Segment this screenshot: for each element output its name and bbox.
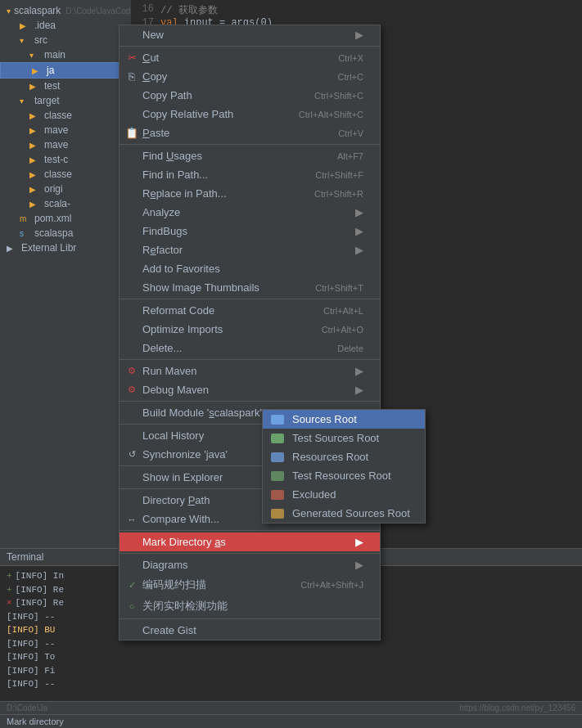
menu-item-delete[interactable]: Delete... Delete <box>120 339 380 357</box>
menu-item-analyze[interactable]: Analyze ▶ <box>120 203 380 222</box>
folder-icon-test: ▶ <box>29 82 41 91</box>
sync-icon: ↺ <box>124 449 139 460</box>
tree-item-classes2[interactable]: ▶ classe <box>0 167 131 182</box>
menu-item-copyrelpath[interactable]: Copy Relative Path Ctrl+Alt+Shift+C <box>120 105 380 124</box>
tree-item-idea[interactable]: ▶ .idea <box>0 18 131 33</box>
menu-label-findusages: Find Usages <box>142 150 331 162</box>
submenu-arrow-refactor: ▶ <box>355 244 363 256</box>
submenu-label-test-resources-root: Test Resources Root <box>292 470 391 482</box>
tree-item-src[interactable]: ▾ src <box>0 33 131 47</box>
mark-directory-submenu: Sources Root Test Sources Root Resources… <box>262 409 426 524</box>
menu-item-new[interactable]: New ▶ <box>120 25 380 44</box>
submenu-item-excluded[interactable]: Excluded <box>263 485 425 504</box>
menu-shortcut-copyrelpath: Ctrl+Alt+Shift+C <box>299 110 363 119</box>
menu-shortcut-copypath: Ctrl+Shift+C <box>314 91 363 101</box>
menu-label-diagrams: Diagrams <box>142 559 349 571</box>
submenu-item-test-resources-root[interactable]: Test Resources Root <box>263 466 425 485</box>
menu-item-paste[interactable]: 📋 Paste Ctrl+V <box>120 124 380 142</box>
menu-item-thumbnails[interactable]: Show Image Thumbnails Ctrl+Shift+T <box>120 278 380 297</box>
terminal-text-7: [INFO] To <box>7 650 55 664</box>
menu-item-findbugs[interactable]: FindBugs ▶ <box>120 222 380 240</box>
submenu-label-excluded: Excluded <box>292 488 336 501</box>
menu-item-refactor[interactable]: Refactor ▶ <box>120 240 380 259</box>
menu-label-findinpath: Find in Path... <box>142 169 309 181</box>
generated-sources-icon <box>268 507 287 520</box>
menu-label-markdir: Mark Directory as <box>142 536 349 548</box>
menu-item-findinpath[interactable]: Find in Path... Ctrl+Shift+F <box>120 165 380 184</box>
menu-item-replaceinpath[interactable]: Replace in Path... Ctrl+Shift+R <box>120 184 380 203</box>
tree-item-target[interactable]: ▾ target <box>0 93 131 108</box>
tree-item-pom[interactable]: m pom.xml <box>0 211 131 226</box>
menu-sep-2 <box>120 144 380 145</box>
submenu-item-sources-root[interactable]: Sources Root <box>263 410 425 429</box>
tree-root[interactable]: ▾ scalaspark D:\Code\JavaCode\scala <box>0 3 131 18</box>
terminal-text-2: [INFO] Re <box>16 583 64 597</box>
menu-item-codescan[interactable]: ✓ 编码规约扫描 Ctrl+Alt+Shift+J <box>120 574 380 595</box>
tree-item-java[interactable]: ▶ ja <box>0 62 131 79</box>
tree-label-orig: origi <box>44 183 63 195</box>
menu-item-closedetect[interactable]: ○ 关闭实时检测功能 <box>120 595 380 617</box>
menu-item-copy[interactable]: ⎘ Copy Ctrl+C <box>120 67 380 86</box>
menu-item-favorites[interactable]: Add to Favorites <box>120 259 380 278</box>
menu-item-reformat[interactable]: Reformat Code Ctrl+Alt+L <box>120 301 380 320</box>
folder-icon-src: ▾ <box>20 36 31 45</box>
tree-item-main[interactable]: ▾ main <box>0 47 131 62</box>
lib-icon: ▶ <box>7 244 18 253</box>
terminal-url: https://blog.csdn.net/py_123456 <box>459 703 575 712</box>
folder-icon-classes: ▶ <box>29 111 41 120</box>
tree-label-test: test <box>44 80 60 92</box>
menu-item-creategist[interactable]: Create Gist <box>120 621 380 640</box>
submenu-arrow-analyze: ▶ <box>355 206 363 218</box>
status-text: Mark directory <box>7 717 64 726</box>
folder-icon-maven1: ▶ <box>29 126 41 135</box>
terminal-line-7: [INFO] To <box>7 650 575 664</box>
paste-icon: 📋 <box>124 127 139 139</box>
menu-item-markdir[interactable]: Mark Directory as ▶ <box>120 533 380 551</box>
menu-item-cut[interactable]: ✂ Cut Ctrl+X <box>120 48 380 67</box>
tree-item-testc[interactable]: ▶ test-c <box>0 152 131 167</box>
menu-item-findusages[interactable]: Find Usages Alt+F7 <box>120 146 380 165</box>
tree-item-maven1[interactable]: ▶ mave <box>0 123 131 137</box>
tree-item-orig[interactable]: ▶ origi <box>0 182 131 196</box>
tree-item-maven2[interactable]: ▶ mave <box>0 137 131 152</box>
tree-item-scalaspa[interactable]: s scalaspa <box>0 226 131 240</box>
terminal-text-1: [INFO] In <box>16 569 64 583</box>
tree-item-extlib[interactable]: ▶ External Libr <box>0 240 131 255</box>
menu-item-debugmaven[interactable]: ⚙ Debug Maven ▶ <box>120 380 380 399</box>
project-path: D:\Code\JavaCode\scala <box>65 7 131 16</box>
terminal-prefix-2: + <box>7 583 12 597</box>
menu-sep-5 <box>120 401 380 402</box>
menu-sep-1 <box>120 46 380 47</box>
menu-shortcut-thumbnails: Ctrl+Shift+T <box>315 283 363 293</box>
tree-item-classes[interactable]: ▶ classe <box>0 108 131 123</box>
submenu-item-generated-sources[interactable]: Generated Sources Root <box>263 504 425 523</box>
submenu-arrow-findbugs: ▶ <box>355 225 363 237</box>
tree-item-scala[interactable]: ▶ scala- <box>0 196 131 211</box>
menu-item-copypath[interactable]: Copy Path Ctrl+Shift+C <box>120 86 380 105</box>
folder-icon-maven2: ▶ <box>29 141 41 150</box>
menu-item-runmaven[interactable]: ⚙ Run Maven ▶ <box>120 362 380 380</box>
terminal-text-9: [INFO] -- <box>7 677 55 691</box>
tree-label-java: ja <box>47 65 54 76</box>
terminal-path: D:\Code\Ja <box>7 703 47 712</box>
line-num-1: 16 <box>138 3 154 17</box>
menu-label-reformat: Reformat Code <box>142 304 317 317</box>
sources-root-icon <box>268 413 287 426</box>
tree-label-target: target <box>34 95 60 106</box>
menu-label-new: New <box>142 29 349 41</box>
menu-item-diagrams[interactable]: Diagrams ▶ <box>120 555 380 574</box>
tree-label-scalaspa: scalaspa <box>34 227 73 239</box>
menu-shortcut-replaceinpath: Ctrl+Shift+R <box>314 189 363 199</box>
submenu-item-test-sources-root[interactable]: Test Sources Root <box>263 429 425 447</box>
scala-file-icon: s <box>20 229 31 238</box>
submenu-item-resources-root[interactable]: Resources Root <box>263 447 425 466</box>
folder-icon-testc: ▶ <box>29 155 41 164</box>
menu-item-optimize[interactable]: Optimize Imports Ctrl+Alt+O <box>120 320 380 339</box>
menu-label-debugmaven: Debug Maven <box>142 384 349 396</box>
folder-icon: ▾ <box>7 7 11 16</box>
tree-label-maven1: mave <box>44 124 68 136</box>
tree-label-idea: .idea <box>34 20 56 31</box>
terminal-text-3: [INFO] Re <box>16 596 64 610</box>
submenu-arrow-runmaven: ▶ <box>355 365 363 377</box>
tree-item-test[interactable]: ▶ test <box>0 79 131 93</box>
